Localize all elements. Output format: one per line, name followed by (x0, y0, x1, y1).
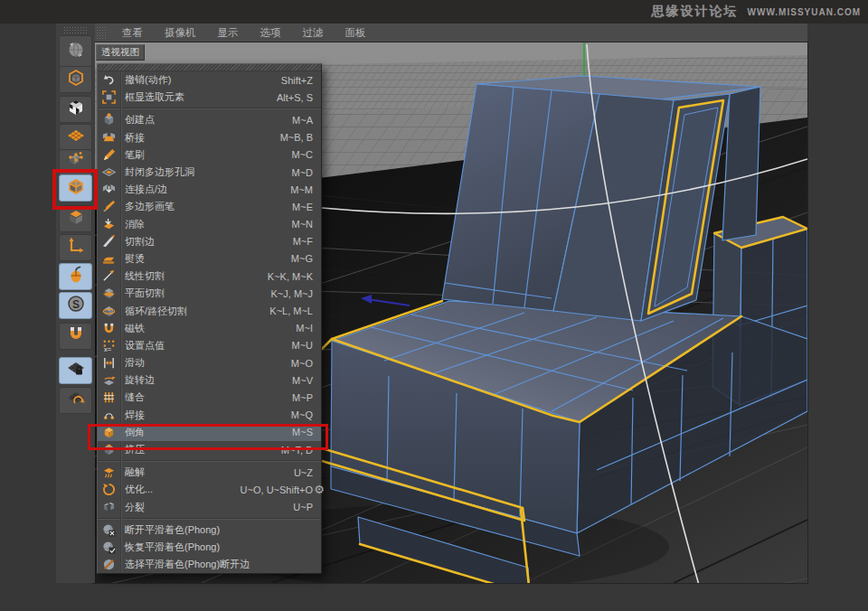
menu-item-label: 创建点 (125, 113, 155, 127)
menu-item-label: 框显选取元素 (125, 90, 184, 104)
gear-icon[interactable]: ⚙ (314, 483, 325, 496)
toolbar-grip-icon[interactable] (63, 26, 87, 34)
workplane-icon (67, 390, 85, 411)
menu-item-undo[interactable]: 撤销(动作)Shift+Z (98, 71, 321, 89)
menu-item-bridge[interactable]: 桥接M~B, B (98, 129, 321, 146)
menu-item-line-cut[interactable]: 线性切割K~K, M~K (98, 268, 321, 285)
menu-item-shortcut: K~J, M~J (271, 288, 313, 299)
magnet-icon (101, 321, 117, 335)
menu-item-label: 平面切割 (125, 287, 165, 300)
menu-item-phong-break[interactable]: 断开平滑着色(Phong) (98, 522, 321, 539)
edge-cut-icon (101, 234, 117, 249)
toolbar-make-editable-button[interactable] (59, 35, 92, 68)
viewport-view-label[interactable]: 透视视图 (96, 44, 145, 61)
menu-item-label: 设置点值 (125, 339, 165, 352)
toolbar-axis-mode-button[interactable] (59, 234, 92, 261)
menu-item-shortcut: M~S (292, 427, 313, 437)
toolbar-model-mode-button[interactable] (59, 66, 92, 93)
menu-item-shortcut: M~F (293, 236, 313, 247)
menu-item-shortcut: M~V (292, 375, 313, 386)
menu-item-phong-restore[interactable]: 恢复平滑着色(Phong) (98, 539, 321, 556)
menu-item-shortcut: M~E (292, 202, 313, 212)
menu-item-iron[interactable]: 熨烫M~G (98, 250, 321, 268)
menu-item-polygon-pen[interactable]: 多边形画笔M~E (98, 198, 321, 215)
melt-icon (101, 465, 117, 480)
menu-item-label: 分裂 (125, 501, 145, 514)
menu-item-label: 连接点/边 (125, 183, 167, 196)
workplane-mode-icon (67, 127, 85, 148)
close-hole-icon (101, 165, 117, 180)
menu-item-close-hole[interactable]: 封闭多边形孔洞M~D (98, 164, 321, 181)
menu-item-label: 笔刷 (125, 148, 145, 162)
menu-item-label: 优化... (125, 483, 153, 496)
menubar-item-4[interactable]: 过滤 (292, 24, 335, 42)
lock-workplane-icon (67, 360, 85, 381)
toolbar-lock-workplane-button[interactable] (59, 357, 92, 384)
mode-toolbar: S (56, 24, 95, 583)
menubar-item-2[interactable]: 显示 (207, 24, 250, 42)
menu-tearoff-strip[interactable] (98, 64, 321, 71)
weld-icon (101, 408, 117, 422)
site-url: WWW.MISSYUAN.COM (748, 7, 861, 17)
menu-item-label: 循环/路径切割 (125, 305, 187, 318)
frame-select-icon (101, 90, 117, 105)
menu-item-bevel[interactable]: 倒角M~S (98, 424, 321, 441)
menu-item-frame-select[interactable]: 框显选取元素Alt+S, S (98, 89, 321, 106)
menu-item-magnet[interactable]: 磁铁M~I (98, 320, 321, 337)
menu-item-shortcut: U~P (293, 502, 313, 512)
cinema4d-window: 思缘设计论坛 WWW.MISSYUAN.COM 查看摄像机显示选项过滤面板 透视… (0, 0, 868, 611)
toolbar-polygons-mode-button[interactable] (59, 205, 92, 232)
menu-item-stitch[interactable]: 缝合M~P (98, 389, 321, 406)
menubar-item-3[interactable]: 选项 (250, 24, 292, 42)
menu-item-shortcut: M~T, D (281, 445, 313, 456)
toolbar-workplane-mode-button[interactable] (59, 124, 92, 151)
menubar-item-1[interactable]: 摄像机 (154, 24, 207, 42)
menu-item-weld[interactable]: 焊接M~Q (98, 407, 321, 424)
menu-item-shortcut: M~N (291, 219, 313, 230)
split-icon (101, 500, 117, 514)
menu-item-split[interactable]: 分裂U~P (98, 499, 321, 516)
line-cut-icon (101, 269, 117, 284)
axis-mode-icon (67, 237, 85, 258)
menu-item-extrude[interactable]: 挤压M~T, D (98, 441, 321, 458)
menu-item-slide[interactable]: 滑动M~O (98, 354, 321, 371)
menu-item-melt[interactable]: 融解U~Z (98, 464, 321, 481)
menu-item-dissolve[interactable]: 消除M~N (98, 216, 321, 233)
menubar-item-5[interactable]: 面板 (335, 24, 377, 42)
menu-item-set-point-value[interactable]: x=设置点值M~U (98, 337, 321, 354)
menubar-grip-icon[interactable] (96, 26, 108, 40)
svg-text:x=: x= (104, 345, 112, 352)
menu-item-loop-cut[interactable]: 循环/路径切割K~L, M~L (98, 302, 321, 319)
menu-item-shortcut: Alt+S, S (277, 92, 313, 103)
rotate-edge-icon (101, 373, 117, 388)
menu-item-shortcut: Shift+Z (281, 75, 313, 86)
menu-item-create-point[interactable]: 创建点M~A (98, 111, 321, 128)
menu-item-rotate-edge[interactable]: 旋转边M~V (98, 371, 321, 389)
menu-item-brush[interactable]: 笔刷M~C (98, 146, 321, 164)
toolbar-texture-mode-button[interactable] (59, 96, 92, 123)
svg-text:S: S (72, 298, 80, 311)
menu-item-phong-select[interactable]: 选择平滑着色(Phong)断开边 (98, 556, 321, 573)
menu-item-connect-points[interactable]: 连接点/边M~M (98, 181, 321, 198)
toolbar-points-mode-button[interactable] (59, 149, 92, 176)
menu-item-label: 选择平滑着色(Phong)断开边 (125, 558, 250, 571)
menu-item-shortcut: K~K, M~K (268, 271, 313, 282)
menu-item-label: 挤压 (125, 443, 145, 456)
loop-cut-icon (101, 304, 117, 318)
phong-select-icon (101, 558, 117, 572)
menu-item-label: 旋转边 (125, 373, 155, 387)
menu-item-edge-cut[interactable]: 切割边M~F (98, 233, 321, 250)
menu-item-label: 恢复平滑着色(Phong) (125, 540, 220, 554)
menu-item-shortcut: M~C (291, 149, 313, 160)
toolbar-magnet-snap-button[interactable] (59, 323, 92, 350)
iron-icon (101, 251, 117, 266)
toolbar-workplane-button[interactable] (59, 387, 92, 414)
toolbar-viewport-solo-button[interactable] (59, 263, 92, 290)
menu-item-shortcut: M~O (291, 358, 313, 369)
menu-item-optimize[interactable]: 优化...U~O, U~Shift+O⚙ (98, 481, 321, 498)
dissolve-icon (101, 217, 117, 231)
toolbar-edges-mode-button[interactable] (59, 174, 92, 202)
toolbar-snap-settings-button[interactable]: S (59, 292, 92, 319)
menubar-item-0[interactable]: 查看 (111, 24, 154, 42)
menu-item-plane-cut[interactable]: 平面切割K~J, M~J (98, 285, 321, 302)
